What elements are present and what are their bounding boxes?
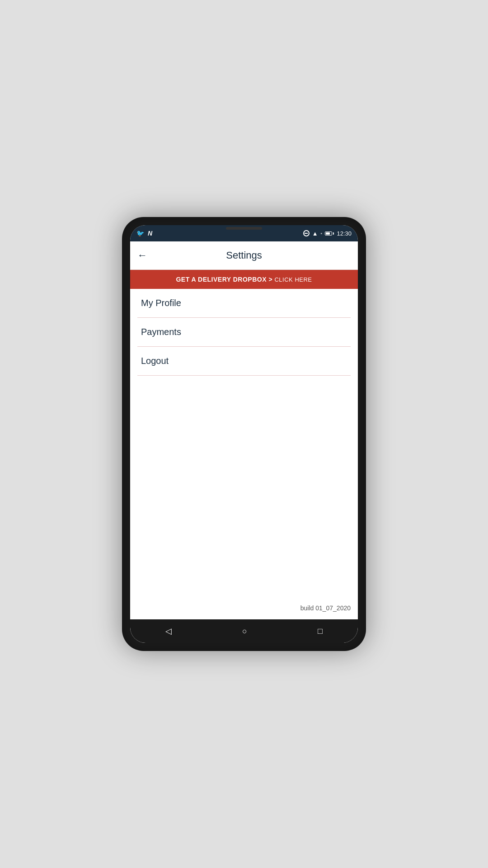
dnd-icon	[303, 230, 310, 236]
delivery-dropbox-banner[interactable]: GET A DELIVERY DROPBOX > CLICK HERE	[130, 270, 358, 289]
battery-tip	[333, 232, 334, 235]
payments-menu-item[interactable]: Payments	[137, 318, 351, 347]
phone-device: 🐦 N ▲ ▪ 12:30 ← Settings	[122, 217, 366, 651]
page-title: Settings	[151, 250, 337, 261]
wifi-icon: ▲	[312, 230, 318, 237]
payments-label: Payments	[141, 327, 181, 337]
my-profile-menu-item[interactable]: My Profile	[137, 289, 351, 318]
settings-menu-list: My Profile Payments Logout	[130, 289, 358, 597]
back-button[interactable]: ←	[137, 248, 151, 263]
signal-icon: ▪	[321, 231, 323, 236]
banner-text: GET A DELIVERY DROPBOX > CLICK HERE	[176, 276, 312, 283]
back-arrow-icon: ←	[137, 250, 147, 261]
nav-back-button[interactable]: ◁	[161, 622, 176, 641]
status-right-icons: ▲ ▪ 12:30	[303, 230, 352, 237]
build-info: build 01_07_2020	[130, 597, 358, 619]
netflix-icon: N	[148, 230, 152, 237]
app-content: ← Settings GET A DELIVERY DROPBOX > CLIC…	[130, 241, 358, 619]
phone-notch	[226, 227, 262, 230]
header: ← Settings	[130, 241, 358, 270]
android-nav-bar: ◁ ○ □	[130, 619, 358, 643]
logout-label: Logout	[141, 356, 169, 366]
status-time: 12:30	[337, 230, 352, 237]
build-label: build 01_07_2020	[300, 604, 351, 612]
battery-icon	[325, 231, 334, 236]
phone-screen: 🐦 N ▲ ▪ 12:30 ← Settings	[130, 225, 358, 643]
logout-menu-item[interactable]: Logout	[137, 347, 351, 376]
my-profile-label: My Profile	[141, 298, 181, 308]
status-left-icons: 🐦 N	[136, 230, 152, 237]
nav-home-button[interactable]: ○	[238, 622, 252, 641]
twitter-icon: 🐦	[136, 230, 144, 237]
nav-recents-button[interactable]: □	[313, 622, 327, 641]
battery-body	[325, 231, 332, 236]
